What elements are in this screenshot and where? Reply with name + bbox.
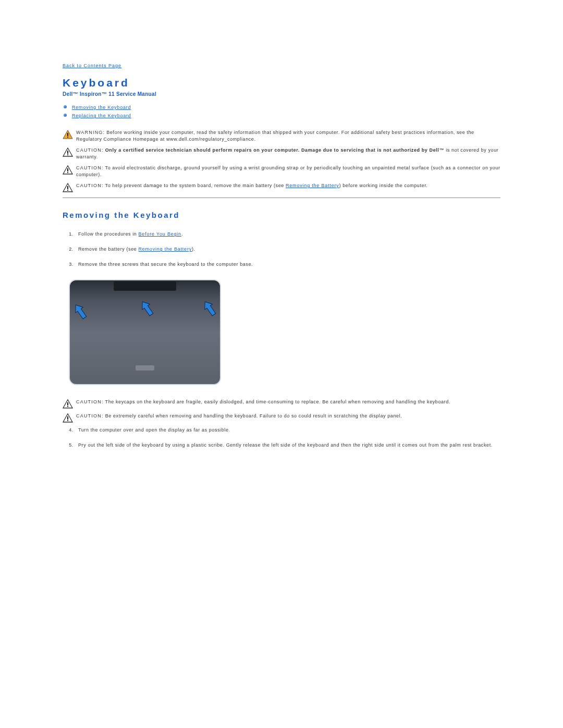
step-1-post: . [181, 231, 183, 237]
caution-lead: CAUTION: [76, 147, 104, 153]
svg-rect-19 [67, 416, 68, 419]
svg-rect-16 [67, 402, 68, 405]
svg-marker-13 [141, 300, 154, 317]
laptop-bottom-image [67, 276, 223, 388]
procedure-steps: Follow the procedures in Before You Begi… [63, 231, 500, 268]
svg-marker-12 [74, 303, 88, 320]
step-2: Remove the battery (see Removing the Bat… [75, 246, 500, 253]
toc-link-removing-keyboard[interactable]: Removing the Keyboard [72, 105, 131, 110]
svg-marker-14 [203, 300, 217, 317]
removing-battery-link[interactable]: Removing the Battery [138, 246, 192, 252]
screw-arrow-icon [74, 303, 88, 321]
svg-rect-4 [67, 151, 68, 154]
svg-rect-1 [67, 133, 68, 136]
caution-icon [63, 147, 73, 157]
caution-lead: CAUTION: [76, 165, 104, 170]
toc-link-replacing-keyboard[interactable]: Replacing the Keyboard [72, 113, 131, 118]
caution-lead: CAUTION: [76, 399, 104, 404]
caution-keycaps-callout: CAUTION: The keycaps on the keyboard are… [63, 399, 500, 409]
procedure-steps-continued: Turn the computer over and open the disp… [63, 427, 500, 449]
svg-rect-11 [67, 190, 68, 191]
step-3: Remove the three screws that secure the … [75, 261, 500, 268]
caution-esd-callout: CAUTION: To avoid electrostatic discharg… [63, 165, 500, 178]
caution-icon [63, 399, 73, 409]
before-you-begin-link[interactable]: Before You Begin [139, 231, 181, 237]
table-of-contents: Removing the Keyboard Replacing the Keyb… [63, 103, 500, 120]
caution-battery-pre: To help prevent damage to the system boa… [104, 183, 286, 188]
caution-scratch-text: Be extremely careful when removing and h… [104, 413, 402, 418]
screw-arrow-icon [203, 300, 217, 318]
caution-bold-text: Only a certified service technician shou… [104, 147, 444, 153]
caution-lead: CAUTION: [76, 183, 104, 188]
svg-rect-7 [67, 168, 68, 171]
warning-lead: WARNING: [76, 130, 105, 135]
caution-scratch-callout: CAUTION: Be extremely careful when remov… [63, 413, 500, 423]
caution-battery-post: ) before working inside the computer. [339, 183, 428, 188]
section-divider [63, 198, 500, 198]
step-5: Pry out the left side of the keyboard by… [75, 442, 500, 449]
caution-lead: CAUTION: [76, 413, 104, 418]
warning-text: Before working inside your computer, rea… [76, 130, 474, 142]
caution-keycaps-text: The keycaps on the keyboard are fragile,… [104, 399, 450, 404]
svg-rect-5 [67, 154, 68, 155]
step-2-post: ). [192, 246, 195, 252]
svg-rect-2 [67, 137, 68, 138]
step-4: Turn the computer over and open the disp… [75, 427, 500, 434]
caution-icon [63, 183, 73, 192]
caution-authorized-callout: CAUTION: Only a certified service techni… [63, 147, 500, 161]
document-page: Back to Contents Page Keyboard Dell™ Ins… [0, 0, 563, 561]
svg-rect-20 [67, 420, 68, 421]
screw-arrow-icon [141, 300, 154, 318]
step-2-pre: Remove the battery (see [78, 246, 138, 252]
caution-battery-callout: CAUTION: To help prevent damage to the s… [63, 182, 500, 192]
warning-callout: WARNING: Before working inside your comp… [63, 129, 500, 143]
section-title: Removing the Keyboard [63, 211, 500, 219]
manual-name: Dell™ Inspiron™ 11 Service Manual [63, 91, 500, 97]
removing-battery-link[interactable]: Removing the Battery [286, 183, 339, 188]
step-1-pre: Follow the procedures in [78, 231, 139, 237]
svg-rect-8 [67, 172, 68, 173]
svg-rect-10 [67, 186, 68, 189]
step-1: Follow the procedures in Before You Begi… [75, 231, 500, 238]
warning-icon [63, 130, 73, 139]
back-to-contents-link[interactable]: Back to Contents Page [63, 63, 121, 68]
caution-esd-text: To avoid electrostatic discharge, ground… [76, 165, 500, 177]
svg-rect-17 [67, 406, 68, 407]
caution-icon [63, 413, 73, 423]
caution-icon [63, 165, 73, 175]
page-title: Keyboard [63, 77, 500, 89]
